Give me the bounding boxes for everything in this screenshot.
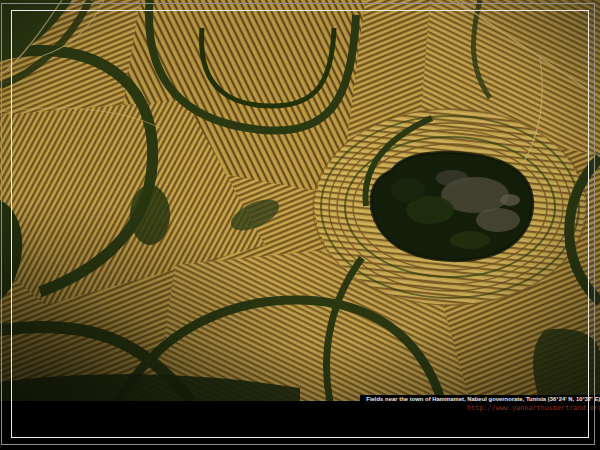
aerial-photo [0, 0, 600, 402]
caption-bar: Fields near the town of Hammamet, Nabeul… [0, 401, 600, 450]
corner-shadow [0, 0, 600, 402]
caption-box: Fields near the town of Hammamet, Nabeul… [360, 395, 600, 415]
caption-url: http://www.yannarthusbertrand.org [366, 404, 600, 412]
aerial-photo-canvas [0, 0, 600, 402]
caption-title: Fields near the town of Hammamet, Nabeul… [366, 396, 600, 403]
